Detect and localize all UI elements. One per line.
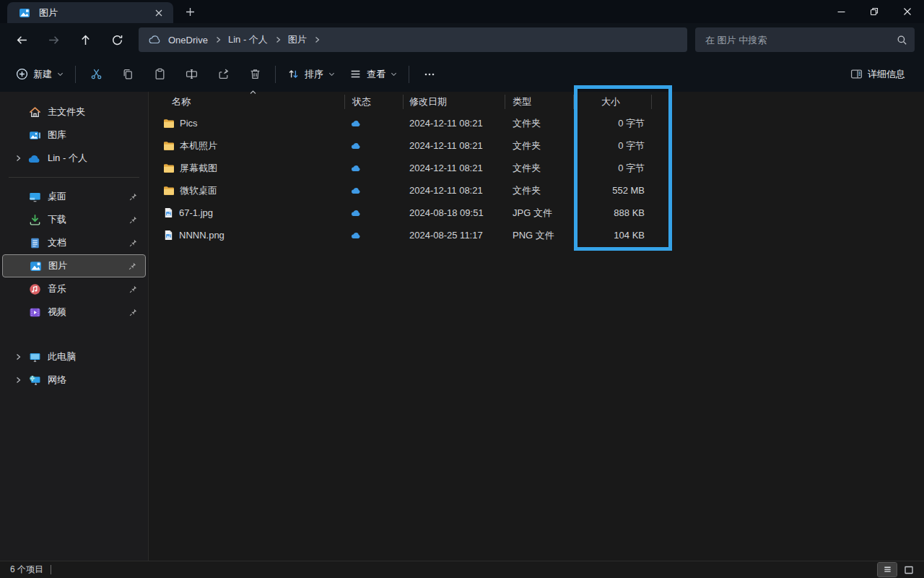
onedrive-icon: [28, 154, 41, 163]
file-date: 2024-12-11 08:21: [404, 118, 505, 129]
breadcrumb-lin[interactable]: Lin - 个人: [228, 33, 268, 46]
column-headers: 名称 状态 修改日期 类型 大小: [149, 92, 924, 112]
rename-button[interactable]: [175, 62, 207, 87]
sidebar-item-videos[interactable]: 视频: [2, 301, 146, 324]
file-row[interactable]: 微软桌面 2024-12-11 08:21 文件夹 552 MB: [149, 179, 924, 202]
sort-button[interactable]: 排序: [280, 62, 342, 87]
sidebar-item-documents[interactable]: 文档: [2, 231, 146, 254]
item-count: 6 个项目: [10, 564, 43, 576]
new-tab-button[interactable]: [179, 1, 201, 22]
pin-icon: [127, 215, 139, 225]
folder-icon: [163, 163, 175, 174]
network-icon: [28, 374, 41, 387]
back-button[interactable]: [6, 27, 38, 53]
pictures-icon: [19, 7, 30, 19]
sidebar-item-music[interactable]: 音乐: [2, 277, 146, 301]
file-date: 2024-08-25 11:17: [404, 230, 505, 241]
pictures-icon: [29, 260, 42, 272]
sidebar-item-downloads[interactable]: 下载: [2, 208, 146, 231]
file-list: 名称 状态 修改日期 类型 大小 Pics 2024-12-11 08:21 文…: [149, 92, 924, 561]
file-explorer-window: 图片: [0, 0, 924, 578]
details-view-toggle[interactable]: [878, 563, 897, 577]
new-label: 新建: [33, 68, 52, 81]
large-icons-view-toggle[interactable]: [899, 563, 918, 577]
expand-chevron-icon[interactable]: [8, 155, 28, 162]
file-size: 552 MB: [574, 185, 652, 196]
file-row[interactable]: Pics 2024-12-11 08:21 文件夹 0 字节: [149, 112, 924, 134]
close-button[interactable]: [891, 0, 924, 23]
gallery-icon: [28, 129, 41, 142]
address-bar[interactable]: OneDrive Lin - 个人 图片: [139, 27, 687, 52]
chevron-down-icon: [328, 71, 335, 77]
file-type: 文件夹: [505, 162, 574, 175]
search-input[interactable]: [705, 35, 897, 46]
column-header-date[interactable]: 修改日期: [404, 95, 505, 109]
file-name: 67-1.jpg: [179, 207, 213, 218]
details-label: 详细信息: [868, 68, 905, 81]
folder-icon: [163, 118, 175, 129]
search-box: [695, 27, 915, 52]
file-name: NNNN.png: [179, 230, 225, 241]
column-header-size[interactable]: 大小: [574, 95, 652, 109]
music-icon: [28, 283, 41, 296]
image-file-icon: [163, 207, 174, 218]
file-row[interactable]: 67-1.jpg 2024-08-18 09:51 JPG 文件 888 KB: [149, 202, 924, 224]
sidebar-item-network[interactable]: 网络: [2, 368, 146, 392]
column-header-status[interactable]: 状态: [345, 95, 404, 109]
more-options-button[interactable]: [414, 62, 445, 87]
expand-chevron-icon[interactable]: [8, 376, 28, 384]
paste-button[interactable]: [144, 62, 175, 87]
breadcrumb-chevron-icon[interactable]: [313, 36, 321, 43]
new-button[interactable]: 新建: [9, 62, 71, 87]
this-pc-icon: [28, 351, 41, 363]
file-row[interactable]: NNNN.png 2024-08-25 11:17 PNG 文件 104 KB: [149, 224, 924, 246]
command-toolbar: 新建 排序: [0, 56, 924, 92]
sidebar-item-pictures[interactable]: 图片: [2, 254, 146, 277]
navigation-bar: OneDrive Lin - 个人 图片: [0, 23, 924, 56]
sidebar-item-onedrive[interactable]: Lin - 个人: [2, 147, 146, 170]
restore-button[interactable]: [858, 0, 891, 23]
expand-chevron-icon[interactable]: [8, 353, 28, 361]
share-button[interactable]: [207, 62, 239, 87]
copy-button[interactable]: [112, 62, 144, 87]
search-icon[interactable]: [897, 35, 907, 46]
cloud-status-icon: [351, 142, 361, 150]
view-label: 查看: [367, 68, 385, 81]
file-type: PNG 文件: [505, 229, 574, 242]
file-row[interactable]: 屏幕截图 2024-12-11 08:21 文件夹 0 字节: [149, 157, 924, 179]
file-date: 2024-12-11 08:21: [404, 140, 505, 151]
column-header-name[interactable]: 名称: [149, 95, 345, 109]
breadcrumb-pictures[interactable]: 图片: [288, 33, 307, 46]
sidebar-item-thispc[interactable]: 此电脑: [2, 345, 146, 368]
minimize-button[interactable]: [824, 0, 858, 23]
forward-button[interactable]: [38, 27, 69, 53]
breadcrumb-chevron-icon[interactable]: [214, 36, 222, 43]
delete-button[interactable]: [239, 62, 271, 87]
file-type: 文件夹: [505, 139, 574, 152]
tab-pictures[interactable]: 图片: [7, 2, 173, 23]
view-button[interactable]: 查看: [342, 62, 404, 87]
file-date: 2024-08-18 09:51: [404, 207, 505, 218]
file-size: 104 KB: [574, 230, 652, 241]
sidebar-item-gallery[interactable]: 图库: [2, 124, 146, 147]
refresh-button[interactable]: [101, 27, 133, 53]
sidebar-item-home[interactable]: 主文件夹: [2, 100, 146, 124]
details-pane-button[interactable]: 详细信息: [843, 62, 912, 87]
cloud-status-icon: [351, 186, 361, 194]
breadcrumb-onedrive[interactable]: OneDrive: [168, 35, 208, 46]
column-header-type[interactable]: 类型: [505, 95, 574, 109]
breadcrumb-chevron-icon[interactable]: [274, 36, 282, 43]
pin-icon: [127, 238, 139, 248]
up-button[interactable]: [69, 27, 101, 53]
pin-icon: [127, 285, 139, 294]
cut-button[interactable]: [80, 62, 112, 87]
cloud-status-icon: [351, 209, 361, 217]
chevron-down-icon: [57, 71, 64, 77]
view-list-icon: [349, 68, 362, 80]
file-type: JPG 文件: [505, 207, 574, 220]
image-file-icon: [163, 230, 174, 241]
file-row[interactable]: 本机照片 2024-12-11 08:21 文件夹 0 字节: [149, 134, 924, 157]
sidebar-item-desktop[interactable]: 桌面: [2, 185, 146, 208]
tab-close-icon[interactable]: [150, 4, 167, 22]
cloud-status-icon: [351, 231, 361, 239]
